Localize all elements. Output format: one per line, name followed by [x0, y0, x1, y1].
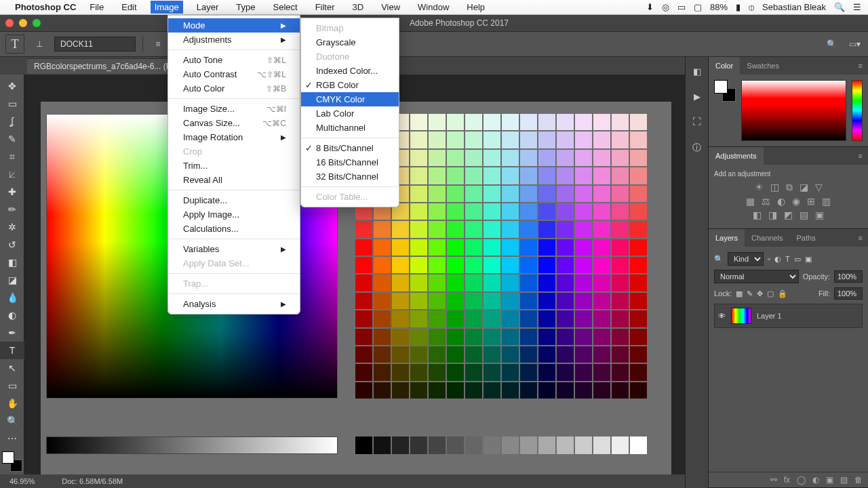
menu-item-auto-tone[interactable]: Auto Tone⇧⌘L	[168, 53, 300, 67]
menu-select[interactable]: Select	[269, 1, 301, 14]
color-ramp[interactable]	[741, 80, 846, 141]
filter-pixel-icon[interactable]: ▫	[768, 255, 770, 263]
fg-bg-color[interactable]	[2, 451, 22, 472]
blur-tool[interactable]: 💧	[0, 289, 24, 306]
photo-filter-adj-icon[interactable]: ◉	[792, 196, 800, 207]
workspace-switcher-button[interactable]: ▭▾	[846, 36, 863, 52]
search-icon[interactable]: 🔍	[823, 36, 840, 52]
channels-tab[interactable]: Channels	[745, 229, 789, 247]
menu-item-cmyk-color[interactable]: CMYK Color	[301, 92, 399, 106]
mask-icon[interactable]: ◯	[797, 475, 806, 485]
brush-tool[interactable]: ✏	[0, 201, 24, 218]
menu-layer[interactable]: Layer	[193, 1, 223, 14]
menu-item-analysis[interactable]: Analysis▶	[168, 297, 300, 311]
history-brush-tool[interactable]: ↺	[0, 236, 24, 253]
doc-size[interactable]: Doc: 6.58M/6.58M	[62, 477, 123, 485]
brightness-adj-icon[interactable]: ☀	[755, 182, 764, 193]
exposure-adj-icon[interactable]: ◪	[800, 182, 808, 193]
menu-item-apply-image[interactable]: Apply Image...	[168, 207, 300, 222]
balance-adj-icon[interactable]: ⚖	[762, 196, 770, 207]
channel-mixer-adj-icon[interactable]: ⊞	[807, 196, 815, 207]
menu-item-grayscale[interactable]: Grayscale	[301, 35, 399, 49]
menu-item-rgb-color[interactable]: ✓RGB Color	[301, 78, 399, 92]
menu-filter[interactable]: Filter	[311, 1, 339, 14]
adjustment-layer-icon[interactable]: ◐	[812, 475, 819, 485]
menu-item-image-rotation[interactable]: Image Rotation▶	[168, 130, 300, 144]
wifi-icon[interactable]: ⦶	[749, 2, 754, 13]
color-tab[interactable]: Color	[709, 57, 740, 75]
eyedropper-tool[interactable]: ⟀	[0, 165, 24, 183]
menu-item-image-size[interactable]: Image Size...⌥⌘I	[168, 102, 300, 116]
lock-all-icon[interactable]: 🔒	[778, 289, 787, 298]
hue-strip[interactable]	[852, 80, 863, 141]
menu-view[interactable]: View	[377, 1, 404, 14]
paths-tab[interactable]: Paths	[790, 229, 823, 247]
filter-shape-icon[interactable]: ▭	[794, 255, 801, 264]
threshold-adj-icon[interactable]: ◩	[784, 209, 793, 220]
menu-item-lab-color[interactable]: Lab Color	[301, 106, 399, 121]
menu-item-variables[interactable]: Variables▶	[168, 242, 300, 256]
crop-tool[interactable]: ⌗	[0, 148, 24, 165]
vibrance-adj-icon[interactable]: ▽	[815, 182, 823, 193]
menu-item-auto-color[interactable]: Auto Color⇧⌘B	[168, 81, 300, 96]
filter-adj-icon[interactable]: ◐	[774, 255, 781, 264]
tv-icon[interactable]: ▢	[694, 2, 702, 12]
link-layers-icon[interactable]: ⚯	[770, 475, 777, 485]
layer-filter-kind[interactable]: Kind	[728, 252, 764, 266]
play-icon[interactable]: ▶	[694, 92, 701, 102]
menu-item-8-bits-channel[interactable]: ✓8 Bits/Channel	[301, 141, 399, 155]
user-name[interactable]: Sebastian Bleak	[762, 2, 826, 12]
lock-position-icon[interactable]: ✥	[757, 289, 763, 298]
zoom-window-button[interactable]	[33, 19, 41, 27]
new-layer-icon[interactable]: ▤	[840, 475, 848, 485]
fx-icon[interactable]: fx	[784, 475, 790, 485]
menu-window[interactable]: Window	[414, 1, 453, 14]
posterize-adj-icon[interactable]: ◨	[768, 209, 777, 220]
align-left-button[interactable]: ≡	[150, 36, 166, 52]
panel-menu-icon[interactable]: ≡	[853, 234, 868, 242]
menu-item-reveal-all[interactable]: Reveal All	[168, 173, 300, 187]
hue-adj-icon[interactable]: ▦	[746, 196, 755, 207]
menu-3d[interactable]: 3D	[349, 1, 368, 14]
group-icon[interactable]: ▣	[826, 475, 833, 485]
type-tool[interactable]: T	[0, 342, 24, 359]
zoom-level[interactable]: 46.95%	[9, 477, 35, 485]
battery-pct[interactable]: 88%	[710, 2, 728, 12]
info-panel-icon[interactable]: ⓘ	[692, 142, 701, 154]
blend-mode-select[interactable]: Normal	[714, 270, 799, 283]
healing-tool[interactable]: ✚	[0, 183, 24, 201]
battery-icon[interactable]: ▮	[736, 2, 741, 12]
opacity-input[interactable]	[834, 270, 863, 283]
layer-thumbnail[interactable]	[731, 308, 751, 324]
menu-item-trim[interactable]: Trim...	[168, 159, 300, 173]
orientation-toggle-button[interactable]: ⊥	[31, 36, 47, 52]
menu-item-multichannel[interactable]: Multichannel	[301, 121, 399, 135]
edit-toolbar-button[interactable]: ⋯	[0, 430, 24, 447]
display-icon[interactable]: ▭	[677, 2, 686, 12]
rings-icon[interactable]: ◎	[662, 2, 669, 12]
menu-item-adjustments[interactable]: Adjustments▶	[168, 33, 300, 47]
delete-layer-icon[interactable]: 🗑	[854, 475, 863, 485]
menu-item-16-bits-channel[interactable]: 16 Bits/Channel	[301, 155, 399, 169]
menu-item-auto-contrast[interactable]: Auto Contrast⌥⇧⌘L	[168, 67, 300, 81]
layer-row[interactable]: 👁 Layer 1	[714, 304, 863, 328]
gradient-tool[interactable]: ◪	[0, 271, 24, 289]
lock-pixels-icon[interactable]: ✎	[747, 289, 753, 298]
curves-adj-icon[interactable]: ⧉	[786, 182, 793, 193]
close-window-button[interactable]	[5, 19, 14, 27]
color-fgbg[interactable]	[714, 80, 736, 102]
visibility-eye-icon[interactable]: 👁	[718, 312, 726, 320]
menu-extras-icon[interactable]: ☰	[853, 2, 861, 12]
menu-item-duplicate[interactable]: Duplicate...	[168, 193, 300, 207]
menu-item-canvas-size[interactable]: Canvas Size...⌥⌘C	[168, 116, 300, 130]
dodge-tool[interactable]: ◐	[0, 306, 24, 324]
path-select-tool[interactable]: ↖	[0, 359, 24, 377]
spotlight-icon[interactable]: 🔍	[834, 2, 845, 12]
invert-adj-icon[interactable]: ◧	[753, 209, 762, 220]
foreground-color-swatch[interactable]	[2, 451, 14, 464]
stamp-tool[interactable]: ✲	[0, 218, 24, 236]
panel-menu-icon[interactable]: ≡	[853, 62, 868, 70]
gradient-map-adj-icon[interactable]: ▤	[800, 209, 808, 220]
hand-tool[interactable]: ✋	[0, 394, 24, 412]
cloud-sync-icon[interactable]: ⬇	[646, 2, 654, 12]
